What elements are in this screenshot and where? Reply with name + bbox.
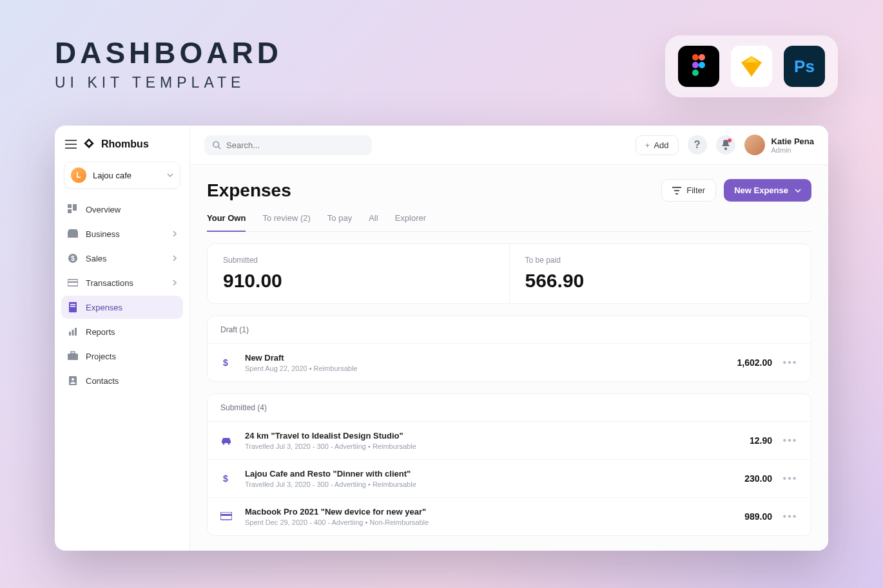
card-icon: [68, 278, 78, 288]
nav-label: Transactions: [86, 278, 133, 288]
svg-point-2: [692, 62, 699, 68]
svg-rect-35: [220, 514, 232, 516]
chevron-down-icon: [167, 173, 173, 177]
nav-expenses[interactable]: Expenses: [61, 296, 183, 319]
page-title: Expenses: [207, 180, 291, 201]
row-amount: 989.00: [714, 511, 772, 522]
tab-your-own[interactable]: Your Own: [207, 213, 246, 232]
nav-business[interactable]: Business: [61, 222, 183, 245]
expense-row[interactable]: $ New Draft Spent Aug 22, 2020 • Reimbur…: [208, 344, 811, 381]
chevron-right-icon: [173, 255, 177, 261]
row-subtitle: Travelled Jul 3, 2020 - 300 - Advertiing…: [245, 442, 704, 450]
car-icon: [220, 436, 235, 445]
nav-projects[interactable]: Projects: [61, 345, 183, 368]
chart-icon: [68, 327, 78, 337]
svg-rect-10: [68, 204, 72, 208]
svg-rect-21: [69, 332, 71, 336]
svg-rect-25: [71, 352, 75, 354]
search-input[interactable]: [226, 140, 364, 150]
nav-label: Projects: [86, 352, 116, 361]
more-icon[interactable]: •••: [782, 357, 798, 368]
svg-rect-17: [68, 281, 78, 283]
workspace-avatar: L: [71, 167, 86, 183]
nav-sales[interactable]: $ Sales: [61, 247, 183, 270]
summary-value: 566.90: [525, 270, 796, 292]
nav-label: Sales: [86, 254, 107, 263]
nav-reports[interactable]: Reports: [61, 320, 183, 343]
tab-to-review[interactable]: To review (2): [262, 213, 310, 231]
svg-rect-13: [68, 232, 78, 238]
search-icon: [212, 140, 221, 149]
svg-text:$: $: [223, 357, 228, 368]
main: + Add ? Katie Pena Admin Expenses: [190, 126, 828, 551]
more-icon[interactable]: •••: [782, 511, 798, 522]
svg-point-27: [72, 378, 74, 381]
tab-to-pay[interactable]: To pay: [327, 213, 352, 231]
help-button[interactable]: ?: [688, 135, 707, 155]
nav-label: Expenses: [86, 303, 122, 312]
nav: Overview Business $ Sales Transactions E…: [61, 198, 183, 392]
svg-rect-19: [70, 304, 75, 305]
nav-label: Overview: [86, 205, 121, 214]
nav-contacts[interactable]: Contacts: [61, 369, 183, 392]
chevron-right-icon: [173, 231, 177, 237]
summary-label: To be paid: [525, 256, 796, 265]
topbar: + Add ? Katie Pena Admin: [190, 126, 828, 165]
notification-dot: [728, 138, 732, 142]
hamburger-icon[interactable]: [65, 140, 77, 149]
chevron-right-icon: [173, 280, 177, 286]
search-box[interactable]: [204, 135, 372, 155]
row-title: Lajou Cafe and Resto "Dinner with client…: [245, 469, 704, 479]
user-menu[interactable]: Katie Pena Admin: [744, 135, 814, 155]
row-title: New Draft: [245, 353, 704, 363]
svg-text:$: $: [71, 255, 75, 262]
app-window: Rhombus L Lajou cafe Overview Business $…: [55, 126, 828, 551]
promo-title: DASHBOARD: [55, 35, 282, 70]
row-subtitle: Spent Aug 22, 2020 • Reimbursable: [245, 365, 704, 372]
sketch-icon: [731, 46, 772, 87]
brand-logo-icon: [83, 138, 95, 150]
svg-point-32: [228, 443, 230, 445]
summary-to-be-paid: To be paid 566.90: [509, 244, 811, 303]
dollar-circle-icon: $: [68, 253, 78, 263]
filter-label: Filter: [686, 185, 705, 195]
more-icon[interactable]: •••: [782, 435, 798, 446]
summary-label: Submitted: [223, 256, 494, 265]
credit-card-icon: [220, 512, 235, 521]
draft-section: Draft (1) $ New Draft Spent Aug 22, 2020…: [207, 316, 811, 382]
brand-name: Rhombus: [101, 138, 149, 150]
tab-all[interactable]: All: [369, 213, 378, 231]
user-name: Katie Pena: [771, 137, 814, 146]
promo-header: DASHBOARD UI KIT TEMPLATE: [55, 35, 282, 91]
expense-row[interactable]: $ Lajou Cafe and Resto "Dinner with clie…: [208, 459, 811, 497]
new-expense-button[interactable]: New Expense: [724, 179, 811, 202]
svg-point-3: [699, 62, 705, 68]
svg-point-29: [724, 147, 727, 150]
section-header: Draft (1): [208, 316, 811, 344]
svg-rect-22: [72, 330, 74, 336]
tab-explorer[interactable]: Explorer: [395, 213, 426, 231]
workspace-selector[interactable]: L Lajou cafe: [64, 162, 180, 189]
add-button[interactable]: + Add: [636, 135, 679, 155]
brand-row: Rhombus: [61, 136, 183, 162]
row-subtitle: Spent Dec 29, 2020 - 400 - Advertiing • …: [245, 518, 704, 526]
nav-transactions[interactable]: Transactions: [61, 271, 183, 294]
svg-rect-24: [68, 354, 78, 360]
dashboard-icon: [68, 204, 78, 214]
notifications-button[interactable]: [716, 135, 735, 155]
summary-value: 910.00: [223, 270, 494, 292]
expense-row[interactable]: 24 km "Travel to Idealist Design Studio"…: [208, 422, 811, 459]
contacts-icon: [68, 375, 78, 386]
summary-submitted: Submitted 910.00: [208, 244, 509, 303]
more-icon[interactable]: •••: [782, 473, 798, 484]
expense-row[interactable]: Macbook Pro 2021 "New device for new yea…: [208, 497, 811, 535]
nav-overview[interactable]: Overview: [61, 198, 183, 221]
nav-label: Reports: [86, 327, 115, 337]
dollar-icon: $: [220, 473, 235, 484]
svg-rect-11: [73, 204, 77, 211]
filter-icon: [672, 187, 681, 194]
row-amount: 230.00: [714, 473, 772, 484]
filter-button[interactable]: Filter: [661, 179, 716, 202]
svg-point-0: [692, 54, 699, 61]
nav-label: Business: [86, 229, 120, 239]
